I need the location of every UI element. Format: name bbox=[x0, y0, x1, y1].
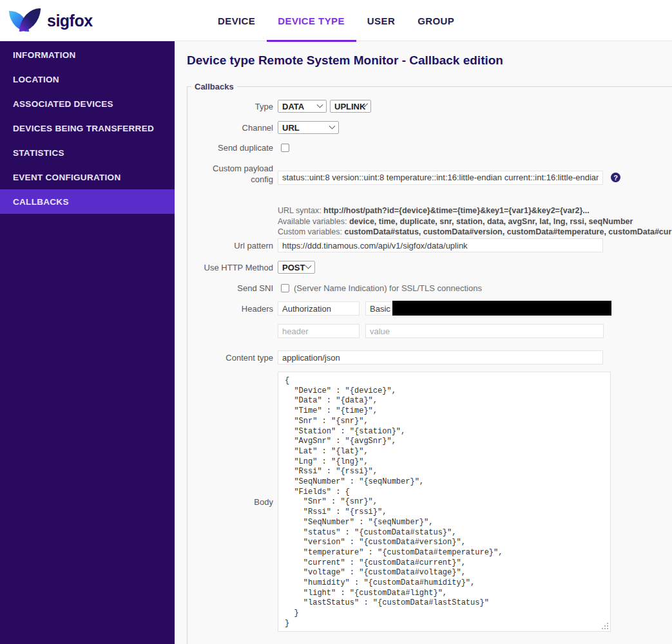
chevron-down-icon bbox=[329, 122, 336, 129]
url-syntax-line: URL syntax: http://host/path?id={device}… bbox=[278, 205, 672, 216]
url-pattern-input[interactable] bbox=[278, 238, 603, 252]
new-header-value-input[interactable] bbox=[365, 324, 604, 338]
header-name-input[interactable] bbox=[278, 301, 360, 316]
help-icon[interactable]: ? bbox=[611, 173, 620, 182]
new-header-name-input[interactable] bbox=[278, 324, 360, 338]
body-textarea-wrapper: { "Device" : "{device}", "Data" : "{data… bbox=[278, 372, 611, 632]
sidebar-item-event-configuration[interactable]: EVENT CONFIGURATION bbox=[0, 165, 175, 189]
headers-row-2 bbox=[191, 324, 604, 338]
channel-select[interactable]: URL bbox=[278, 121, 339, 134]
nav-user[interactable]: USER bbox=[367, 0, 395, 41]
brand-name: sigfox bbox=[47, 12, 93, 30]
url-pattern-label: Url pattern bbox=[191, 241, 273, 251]
body-row: Body { "Device" : "{device}", "Data" : "… bbox=[191, 372, 611, 632]
logo-wing-dark bbox=[19, 7, 41, 33]
nav-device-type[interactable]: DEVICE TYPE bbox=[278, 0, 345, 41]
body-label: Body bbox=[191, 497, 273, 507]
type-direction-select[interactable]: UPLINK bbox=[330, 100, 371, 113]
send-sni-label: Send SNI bbox=[191, 283, 273, 293]
sidebar-item-location[interactable]: LOCATION bbox=[0, 67, 175, 91]
send-sni-row: Send SNI (Server Name Indication) for SS… bbox=[191, 279, 482, 296]
channel-select-value: URL bbox=[282, 123, 300, 133]
custom-variables-line: Custom variables: customData#status, cus… bbox=[278, 227, 672, 238]
type-label: Type bbox=[191, 102, 273, 111]
http-method-row: Use HTTP Method POST bbox=[191, 261, 315, 274]
chevron-down-icon bbox=[305, 262, 312, 269]
send-sni-checkbox[interactable] bbox=[281, 284, 289, 292]
sidebar-item-devices-being-transferred[interactable]: DEVICES BEING TRANSFERRED bbox=[0, 116, 175, 140]
content-type-row: Content type bbox=[191, 350, 603, 365]
send-sni-description: (Server Name Indication) for SSL/TLS con… bbox=[294, 283, 482, 293]
type-select[interactable]: DATA bbox=[278, 100, 327, 113]
page-title: Device type Remote System Monitor - Call… bbox=[187, 53, 503, 68]
send-duplicate-label: Send duplicate bbox=[191, 143, 273, 153]
content-type-label: Content type bbox=[191, 353, 273, 363]
sigfox-logo[interactable]: sigfox bbox=[9, 6, 93, 35]
send-duplicate-checkbox[interactable] bbox=[281, 144, 289, 152]
sigfox-butterfly-icon bbox=[9, 6, 41, 35]
channel-row: Channel URL bbox=[191, 121, 339, 134]
http-method-value: POST bbox=[282, 263, 305, 272]
custom-payload-row: Custom payload config ? bbox=[191, 170, 620, 185]
http-method-label: Use HTTP Method bbox=[191, 263, 273, 272]
content-type-input[interactable] bbox=[278, 350, 603, 365]
custom-payload-input[interactable] bbox=[278, 171, 603, 185]
sidebar-item-callbacks[interactable]: CALLBACKS bbox=[0, 189, 175, 214]
url-pattern-row: Url pattern bbox=[191, 238, 603, 252]
nav-group[interactable]: GROUP bbox=[418, 0, 454, 41]
type-direction-value: UPLINK bbox=[334, 102, 365, 111]
custom-payload-label: Custom payload config bbox=[191, 163, 273, 185]
send-duplicate-row: Send duplicate bbox=[191, 139, 289, 156]
sidebar-item-associated-devices[interactable]: ASSOCIATED DEVICES bbox=[0, 91, 175, 116]
type-select-value: DATA bbox=[282, 102, 304, 111]
callbacks-legend: Callbacks bbox=[191, 82, 237, 91]
http-method-select[interactable]: POST bbox=[278, 261, 315, 274]
url-help-text: URL syntax: http://host/path?id={device}… bbox=[278, 205, 672, 238]
main-nav: DEVICE DEVICE TYPE USER GROUP bbox=[218, 0, 454, 41]
sidebar: INFORMATION LOCATION ASSOCIATED DEVICES … bbox=[0, 41, 175, 644]
redacted-secret-overlay bbox=[392, 301, 611, 316]
available-variables-line: Available variables: device, time, dupli… bbox=[278, 216, 672, 227]
type-row: Type DATA UPLINK bbox=[191, 100, 371, 113]
channel-label: Channel bbox=[191, 123, 273, 133]
headers-label: Headers bbox=[191, 304, 273, 314]
nav-device[interactable]: DEVICE bbox=[218, 0, 255, 41]
top-header: sigfox DEVICE DEVICE TYPE USER GROUP bbox=[0, 0, 672, 41]
sidebar-item-information[interactable]: INFORMATION bbox=[0, 43, 175, 67]
sidebar-item-statistics[interactable]: STATISTICS bbox=[0, 140, 175, 165]
chevron-down-icon bbox=[317, 101, 323, 108]
body-textarea[interactable]: { "Device" : "{device}", "Data" : "{data… bbox=[278, 372, 611, 632]
